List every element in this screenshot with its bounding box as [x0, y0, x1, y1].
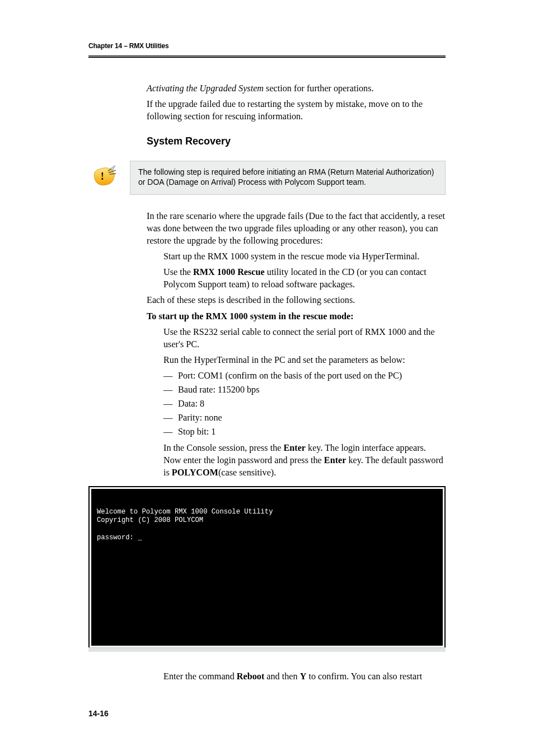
step-hyperterminal: Run the HyperTerminal in the PC and set … — [163, 354, 446, 367]
param-text: Baud rate: 115200 bps — [178, 383, 260, 397]
param-list: —Port: COM1 (confirm on the basis of the… — [163, 369, 446, 440]
console-screenshot: Welcome to Polycom RMX 1000 Console Util… — [147, 486, 446, 652]
header-rule — [88, 55, 446, 58]
param-text: Port: COM1 (confirm on the basis of the … — [178, 369, 402, 383]
s1c-post: (case sensitive). — [218, 468, 276, 478]
step-rs232: Use the RS232 serial cable to connect th… — [163, 326, 446, 351]
para-each-step: Each of these steps is described in the … — [147, 295, 446, 307]
para-scenario: In the rare scenario where the upgrade f… — [147, 211, 446, 248]
dash-icon: — — [163, 397, 171, 411]
param-row: —Port: COM1 (confirm on the basis of the… — [163, 369, 446, 383]
body-content: Activating the Upgraded System section f… — [147, 83, 446, 683]
intro-line-2: If the upgrade failed due to restarting … — [147, 99, 446, 123]
step-start-rescue: Start up the RMX 1000 system in the resc… — [163, 251, 446, 263]
s1c-b1: Enter — [283, 443, 306, 453]
step-console-login: In the Console session, press the Enter … — [163, 442, 446, 479]
s1d-b2: Y — [300, 671, 307, 682]
chapter-header: Chapter 14 – RMX Utilities — [88, 42, 446, 50]
page-number: 14-16 — [88, 709, 446, 718]
s1c-b3: POLYCOM — [172, 468, 218, 478]
dash-icon: — — [163, 411, 171, 425]
caution-text: The following step is required before in… — [130, 161, 446, 195]
s1d-mid: and then — [264, 671, 299, 682]
s1d-post: to confirm. You can also restart — [306, 671, 422, 682]
param-text: Stop bit: 1 — [178, 425, 216, 439]
param-row: —Stop bit: 1 — [163, 425, 446, 439]
intro-italic: Activating the Upgraded System — [147, 83, 264, 94]
post-console-step: Enter the command Reboot and then Y to c… — [163, 671, 446, 683]
s1d-pre: Enter the command — [163, 671, 237, 682]
subheading-rescue: To start up the RMX 1000 system in the r… — [147, 311, 446, 323]
procedure-list: Start up the RMX 1000 system in the resc… — [163, 251, 446, 291]
console-frame: Welcome to Polycom RMX 1000 Console Util… — [88, 486, 446, 647]
dash-icon: — — [163, 383, 171, 397]
section-heading: System Recovery — [147, 136, 446, 147]
s1c-b2: Enter — [324, 455, 346, 465]
s1c-pre: In the Console session, press the — [163, 443, 283, 453]
dash-icon: — — [163, 369, 171, 383]
param-text: Parity: none — [178, 411, 222, 425]
param-text: Data: 8 — [178, 397, 204, 411]
intro-line-1: Activating the Upgraded System section f… — [147, 83, 446, 95]
caution-icon-cell: ! — [88, 161, 121, 195]
console-bottom-bar — [88, 647, 446, 652]
s1d-b1: Reboot — [237, 671, 264, 682]
rescue-steps: Use the RS232 serial cable to connect th… — [163, 326, 446, 479]
console-output: Welcome to Polycom RMX 1000 Console Util… — [91, 489, 443, 646]
param-row: —Baud rate: 115200 bps — [163, 383, 446, 397]
svg-text:!: ! — [101, 171, 104, 183]
caution-callout: ! The following step is required before … — [88, 161, 446, 195]
step-use-utility: Use the RMX 1000 Rescue utility located … — [163, 267, 446, 291]
intro-line-1-rest: section for further operations. — [264, 83, 373, 94]
param-row: —Data: 8 — [163, 397, 446, 411]
dash-icon: — — [163, 425, 171, 439]
step-b-pre: Use the — [163, 267, 193, 277]
caution-icon: ! — [92, 165, 118, 190]
param-row: —Parity: none — [163, 411, 446, 425]
step-b-bold: RMX 1000 Rescue — [193, 267, 265, 277]
step-reboot: Enter the command Reboot and then Y to c… — [163, 671, 446, 683]
